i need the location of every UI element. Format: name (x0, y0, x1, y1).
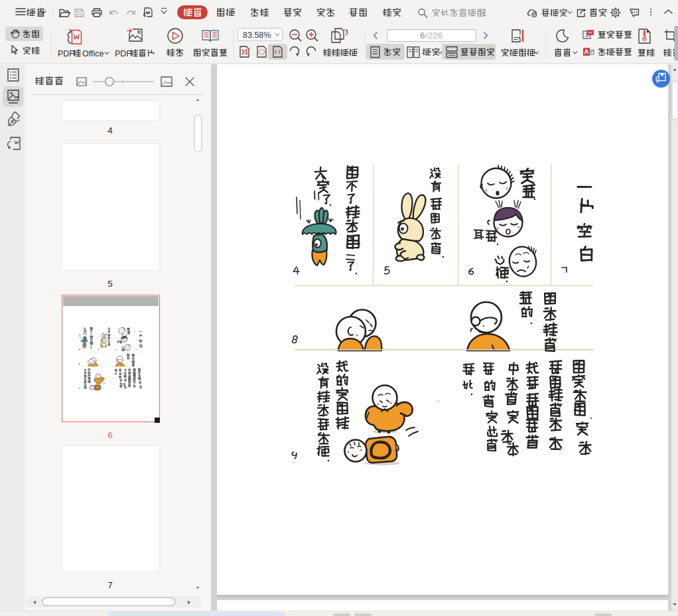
svg-text:5: 5 (107, 279, 113, 289)
svg-text:PDF: PDF (58, 49, 74, 58)
svg-text:PDF: PDF (115, 49, 131, 58)
svg-text:6: 6 (107, 430, 113, 440)
svg-text:Office: Office (82, 49, 103, 58)
svg-text:4: 4 (107, 125, 113, 135)
svg-text:/226: /226 (425, 31, 442, 40)
svg-text:6: 6 (420, 31, 425, 40)
svg-text:83.58%: 83.58% (243, 31, 271, 40)
svg-text:7: 7 (107, 580, 113, 590)
